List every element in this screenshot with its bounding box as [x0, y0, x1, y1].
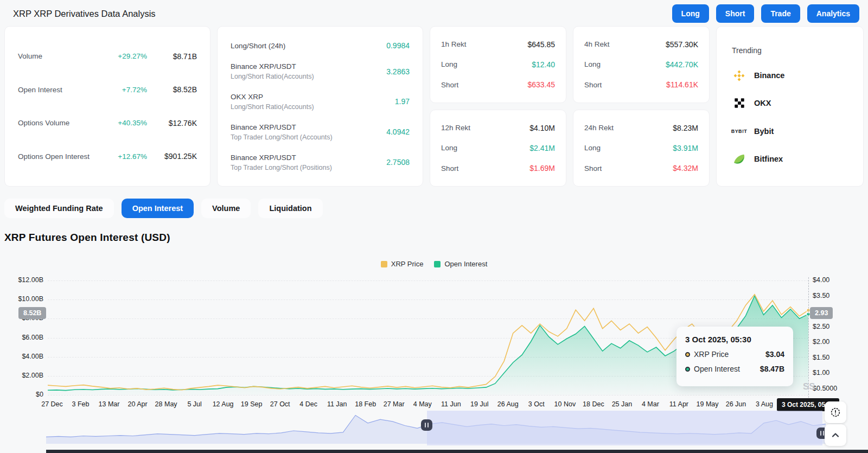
tooltip-series-name: XRP Price	[694, 350, 765, 359]
trade-button[interactable]: Trade	[761, 4, 800, 23]
navigator-handle-left[interactable]	[421, 419, 432, 431]
rekt-long-label: Long	[584, 60, 601, 68]
rekt-long-value: $12.40	[532, 60, 555, 69]
stat-value: $8.71B	[147, 52, 197, 61]
ratio-value: 2.7508	[366, 158, 410, 167]
rekt-long-label: Long	[441, 60, 457, 68]
rekt-card-4h: 4h Rekt $557.30K Long $442.70K Short $11…	[573, 26, 710, 103]
open-interest-dot-icon	[685, 367, 690, 372]
ratio-value: 3.2863	[366, 67, 410, 76]
trending-item-bitfinex[interactable]: Bitfinex	[732, 152, 848, 167]
stat-label: Options Volume	[18, 119, 98, 127]
open-interest-chart[interactable]: $12.00B$10.00B$8.00B$6.00B$4.00B$2.00B$0…	[0, 274, 868, 453]
rekt-title: 4h Rekt	[584, 40, 610, 48]
exchange-name: Bybit	[754, 127, 774, 136]
binance-icon	[732, 68, 746, 83]
ratio-sublabel: Long/Short Ratio(Accounts)	[231, 103, 366, 111]
xrp-price-dot-icon	[685, 352, 690, 357]
rekt-long-value: $3.91M	[673, 144, 698, 152]
chart-tooltip: 3 Oct 2025, 05:30 XRP Price $3.04 Open I…	[676, 327, 793, 386]
legend-item-xrp-price[interactable]: XRP Price	[381, 260, 424, 268]
scroll-top-button[interactable]	[825, 424, 846, 446]
ratio-row: OKX XRP Long/Short Ratio(Accounts) 1.97	[231, 93, 410, 111]
tab-liquidation[interactable]: Liquidation	[258, 199, 322, 218]
legend-label: XRP Price	[391, 260, 424, 268]
stat-value: $8.52B	[147, 85, 197, 94]
feedback-button[interactable]	[825, 401, 846, 423]
chart-legend: XRP Price Open Interest	[0, 260, 868, 268]
legend-swatch-green	[434, 261, 441, 267]
short-button[interactable]: Short	[716, 4, 755, 23]
ratio-sublabel: Long/Short Ratio(Accounts)	[231, 73, 366, 80]
trending-item-binance[interactable]: Binance	[732, 68, 848, 83]
page-title: XRP XRP Derivatives Data Analysis	[13, 9, 156, 19]
stat-change: +40.35%	[98, 119, 147, 127]
ratio-label: Binance XRP/USDT	[231, 154, 366, 162]
stats-card: Volume +29.27% $8.71B Open Interest +7.7…	[4, 26, 210, 187]
rekt-short-value: $633.45	[527, 80, 555, 89]
stat-row-open-interest: Open Interest +7.72% $8.52B	[18, 85, 197, 94]
exchange-name: OKX	[754, 99, 771, 107]
okx-icon	[732, 96, 746, 111]
derivatives-dashboard: XRP XRP Derivatives Data Analysis Long S…	[0, 0, 868, 218]
ratio-label: Binance XRP/USDT	[231, 62, 366, 71]
ratio-label: Binance XRP/USDT	[231, 123, 366, 131]
rekt-short-label: Short	[584, 81, 602, 89]
legend-label: Open Interest	[444, 260, 487, 268]
stat-label: Options Open Interest	[18, 152, 98, 161]
ratio-sublabel: Top Trader Long/Short (Accounts)	[231, 133, 366, 141]
tab-open-interest[interactable]: Open Interest	[122, 199, 194, 218]
summary-cards: Volume +29.27% $8.71B Open Interest +7.7…	[0, 26, 868, 187]
ratio-value: 0.9984	[366, 41, 410, 50]
ratio-row: Binance XRP/USDT Top Trader Long/Short (…	[231, 123, 410, 141]
rekt-short-value: $4.32M	[673, 164, 698, 173]
watermark: SS	[803, 381, 815, 392]
stat-row-options-open-interest: Options Open Interest +12.67% $901.25K	[18, 152, 197, 161]
ratio-value: 1.97	[366, 97, 410, 106]
trending-title: Trending	[732, 46, 848, 55]
rekt-long-label: Long	[584, 144, 601, 152]
exchange-name: Bitfinex	[754, 155, 783, 163]
rekt-long-value: $442.70K	[666, 60, 698, 69]
tooltip-title: 3 Oct 2025, 05:30	[685, 335, 784, 344]
rekt-short-value: $1.69M	[529, 164, 555, 173]
tab-volume[interactable]: Volume	[201, 199, 251, 218]
left-axis-badge: 8.52B	[18, 307, 46, 319]
stat-value: $12.76K	[147, 119, 197, 127]
trending-item-okx[interactable]: OKX	[732, 96, 848, 111]
pause-icon	[820, 431, 821, 436]
long-button[interactable]: Long	[672, 4, 709, 23]
rekt-cards-grid: 1h Rekt $645.85 Long $12.40 Short $633.4…	[430, 26, 710, 187]
rekt-title: 1h Rekt	[441, 40, 467, 48]
rekt-title: 12h Rekt	[441, 124, 470, 132]
stat-value: $901.25K	[147, 152, 197, 161]
header-actions: Long Short Trade Analytics	[672, 4, 859, 23]
analytics-button[interactable]: Analytics	[807, 4, 859, 23]
ratio-row: Long/Short (24h) 0.9984	[231, 41, 410, 50]
feedback-badge-icon	[829, 406, 841, 418]
tab-weighted-funding-rate[interactable]: Weighted Funding Rate	[4, 199, 114, 218]
trending-item-bybit[interactable]: BYB!T Bybit	[732, 124, 848, 138]
rekt-card-12h: 12h Rekt $4.10M Long $2.41M Short $1.69M	[430, 110, 566, 187]
ratio-label: OKX XRP	[231, 93, 366, 101]
stat-change: +12.67%	[98, 152, 147, 161]
ratio-row: Binance XRP/USDT Long/Short Ratio(Accoun…	[231, 62, 410, 80]
tooltip-series-value: $8.47B	[760, 365, 784, 373]
rekt-card-1h: 1h Rekt $645.85 Long $12.40 Short $633.4…	[430, 26, 566, 103]
legend-item-open-interest[interactable]: Open Interest	[434, 260, 487, 268]
bybit-logo-text: BYB!T	[731, 129, 748, 134]
tooltip-series-value: $3.04	[765, 350, 784, 359]
ratio-row: Binance XRP/USDT Top Trader Long/Short (…	[231, 154, 410, 171]
stat-row-options-volume: Options Volume +40.35% $12.76K	[18, 119, 197, 127]
ratio-sublabel: Top Trader Long/Short (Positions)	[231, 164, 366, 171]
ratio-label: Long/Short (24h)	[231, 42, 366, 50]
rekt-short-value: $114.61K	[666, 80, 698, 89]
bottom-bar	[46, 450, 868, 453]
exchange-name: Binance	[754, 71, 784, 80]
tooltip-row: Open Interest $8.47B	[685, 365, 784, 373]
navigator-selection[interactable]	[427, 411, 822, 445]
long-short-ratio-card: Long/Short (24h) 0.9984 Binance XRP/USDT…	[217, 26, 423, 187]
ratio-value: 4.0942	[366, 127, 410, 136]
rekt-short-label: Short	[441, 81, 458, 89]
rekt-total: $557.30K	[666, 40, 698, 49]
